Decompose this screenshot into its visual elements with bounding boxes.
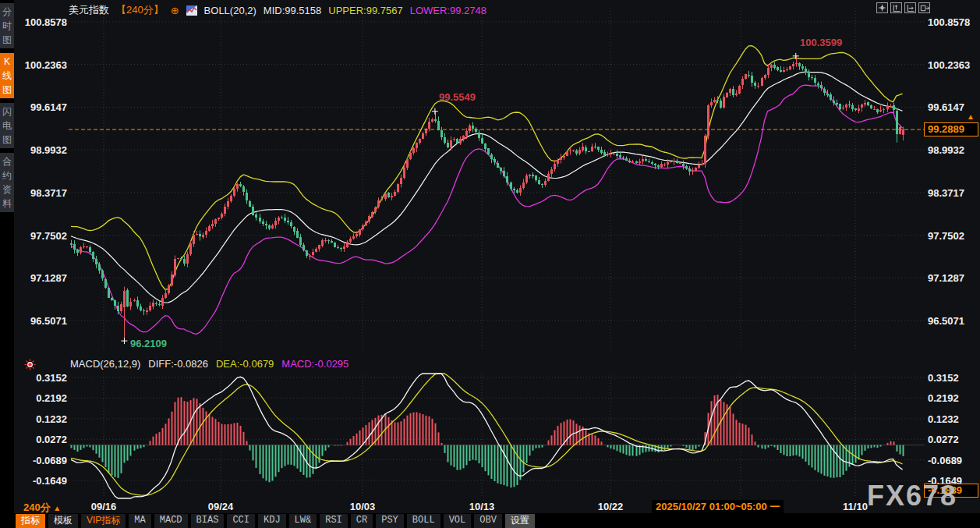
x-axis-label: 09/24 bbox=[197, 501, 244, 512]
price-axis-label-left: 97.1287 bbox=[19, 272, 67, 284]
toolbar-button-CR[interactable]: CR bbox=[351, 514, 373, 528]
pan-right-icon[interactable] bbox=[918, 2, 930, 13]
instrument-name: 美元指数 bbox=[69, 3, 109, 17]
x-axis-label: 09/16 bbox=[80, 501, 127, 512]
price-axis-label-right: 99.6147 bbox=[928, 101, 964, 113]
price-up-arrow-icon: ▲ bbox=[967, 112, 975, 121]
toolbar-button-KDJ[interactable]: KDJ bbox=[258, 514, 286, 528]
boll-lower-value: LOWER:99.2748 bbox=[410, 5, 486, 16]
sidebar-tab-time-share-chart[interactable]: 分时图 bbox=[0, 3, 14, 48]
x-axis-label: 10/22 bbox=[587, 501, 634, 512]
price-axis-label-right: 100.8578 bbox=[928, 16, 970, 28]
toolbar-button-VIP指标[interactable]: VIP指标 bbox=[81, 514, 126, 528]
toolbar-button-指标[interactable]: 指标 bbox=[16, 514, 45, 528]
swing-high-label: 99.5549 bbox=[439, 91, 476, 103]
price-axis-label-left: 99.6147 bbox=[19, 101, 67, 113]
macd-axis-label-right: 0.1232 bbox=[928, 413, 959, 424]
chart-mode-sidebar: 分时图K线图闪电图合约资料 bbox=[0, 0, 14, 528]
price-axis-label-left: 98.9932 bbox=[19, 144, 67, 156]
toolbar-button-RSI[interactable]: RSI bbox=[320, 514, 348, 528]
toolbar-button-BIAS[interactable]: BIAS bbox=[191, 514, 225, 528]
macd-axis-label-left: -0.0689 bbox=[19, 454, 67, 466]
toolbar-button-OBV[interactable]: OBV bbox=[474, 514, 502, 528]
price-axis-label-right: 96.5071 bbox=[928, 314, 964, 326]
chart-canvas[interactable] bbox=[0, 0, 980, 528]
sidebar-tab-contract-info[interactable]: 合约资料 bbox=[0, 153, 14, 212]
alert-icon bbox=[24, 359, 36, 374]
interval-label: 【240分】 bbox=[116, 3, 164, 17]
sidebar-tab-kline-chart[interactable]: K线图 bbox=[0, 53, 14, 98]
macd-dea-value: DEA:-0.0679 bbox=[216, 358, 274, 370]
toolbar-button-MA[interactable]: MA bbox=[129, 514, 150, 528]
x-axis-label: 10/03 bbox=[339, 501, 386, 512]
site-watermark: FX678 bbox=[867, 480, 957, 512]
price-axis-label-left: 96.5071 bbox=[19, 314, 67, 326]
zoom-vertical-icon[interactable] bbox=[890, 2, 902, 13]
boll-label: BOLL(20,2) bbox=[204, 5, 256, 16]
expand-icon[interactable]: ⊕ bbox=[171, 5, 179, 16]
indicator-toolbar: 指标模板VIP指标MAMACDBIASCCIKDJLW&RSICRPSYBOLL… bbox=[14, 513, 980, 528]
macd-params-label: MACD(26,12,9) bbox=[70, 358, 140, 370]
price-axis-label-right: 97.1287 bbox=[928, 272, 964, 284]
macd-axis-label-left: 0.2192 bbox=[19, 392, 67, 404]
period-selector-label: 240分 bbox=[23, 501, 51, 513]
peak-high-label: 100.3599 bbox=[800, 37, 842, 48]
macd-axis-label-right: -0.0689 bbox=[928, 454, 962, 466]
hover-timestamp: 2025/10/27 01:00~05:00 一 bbox=[652, 500, 784, 513]
boll-mid-value: MID:99.5158 bbox=[264, 5, 321, 16]
x-axis-label: 10/13 bbox=[458, 501, 505, 512]
macd-value: MACD:-0.0295 bbox=[281, 358, 348, 370]
last-price-box: 99.2889 bbox=[924, 122, 978, 136]
toolbar-button-MACD[interactable]: MACD bbox=[154, 514, 188, 528]
macd-header: MACD(26,12,9) DIFF:-0.0826 DEA:-0.0679 M… bbox=[70, 358, 348, 370]
price-axis-label-right: 100.2363 bbox=[928, 58, 970, 70]
toolbar-button-LW&[interactable]: LW& bbox=[289, 514, 317, 528]
macd-axis-label-left: 0.1232 bbox=[19, 413, 67, 424]
macd-axis-label-left: -0.1649 bbox=[19, 475, 67, 487]
macd-axis-label-left: 0.0272 bbox=[19, 434, 67, 445]
macd-axis-label-right: 0.3152 bbox=[928, 372, 959, 384]
price-axis-label-left: 100.2363 bbox=[19, 58, 67, 70]
macd-diff-value: DIFF:-0.0826 bbox=[148, 358, 208, 370]
toolbar-button-设置[interactable]: 设置 bbox=[505, 514, 535, 528]
chart-header: 美元指数 【240分】 ⊕ BOLL(20,2) MID:99.5158 UPP… bbox=[69, 3, 486, 17]
period-up-arrow-icon: ▲ bbox=[53, 504, 61, 512]
price-axis-label-left: 98.3717 bbox=[19, 186, 67, 198]
toolbar-button-VOL[interactable]: VOL bbox=[444, 514, 472, 528]
toolbar-button-CCI[interactable]: CCI bbox=[227, 514, 255, 528]
price-axis-label-left: 100.8578 bbox=[19, 16, 67, 28]
kline-chart-window: 分时图K线图闪电图合约资料 美元指数 【240分】 ⊕ BOLL(20,2) M… bbox=[0, 0, 980, 528]
price-axis-label-right: 98.9932 bbox=[928, 144, 964, 156]
boll-upper-value: UPPER:99.7567 bbox=[328, 5, 402, 16]
macd-axis-label-right: 0.0272 bbox=[928, 434, 959, 445]
price-axis-label-right: 97.7502 bbox=[928, 229, 964, 241]
toolbar-button-PSY[interactable]: PSY bbox=[376, 514, 404, 528]
chart-tool-buttons bbox=[876, 2, 930, 13]
swing-low-label: 96.2109 bbox=[130, 338, 167, 349]
pan-icon[interactable] bbox=[876, 2, 888, 13]
kline-icon bbox=[186, 5, 197, 16]
price-axis-label-right: 98.3717 bbox=[928, 186, 964, 198]
sidebar-tab-lightning-chart[interactable]: 闪电图 bbox=[0, 103, 14, 148]
zoom-horizontal-icon[interactable] bbox=[904, 2, 916, 13]
macd-axis-label-right: 0.2192 bbox=[928, 392, 959, 404]
toolbar-button-BOLL[interactable]: BOLL bbox=[407, 514, 440, 528]
price-axis-label-left: 97.7502 bbox=[19, 229, 67, 241]
toolbar-button-模板[interactable]: 模板 bbox=[48, 514, 78, 528]
